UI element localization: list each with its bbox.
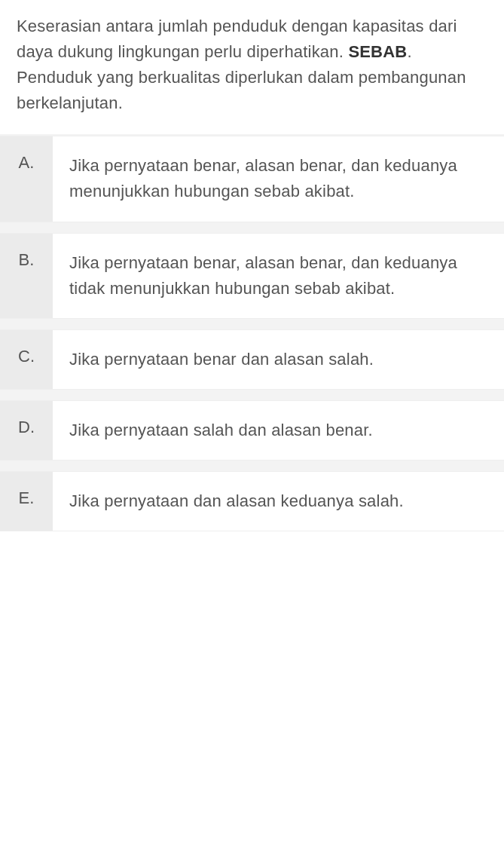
option-text: Jika pernyataan benar, alasan benar, dan…	[53, 136, 504, 221]
options-list: A. Jika pernyataan benar, alasan benar, …	[0, 134, 504, 531]
option-a[interactable]: A. Jika pernyataan benar, alasan benar, …	[0, 136, 504, 222]
option-text: Jika pernyataan salah dan alasan benar.	[53, 401, 504, 460]
option-letter: C.	[0, 330, 53, 389]
option-text: Jika pernyataan dan alasan keduanya sala…	[53, 472, 504, 531]
option-letter: A.	[0, 136, 53, 221]
option-letter: B.	[0, 234, 53, 318]
option-text: Jika pernyataan benar, alasan benar, dan…	[53, 234, 504, 318]
option-c[interactable]: C. Jika pernyataan benar dan alasan sala…	[0, 329, 504, 390]
option-d[interactable]: D. Jika pernyataan salah dan alasan bena…	[0, 400, 504, 461]
option-letter: E.	[0, 472, 53, 531]
option-text: Jika pernyataan benar dan alasan salah.	[53, 330, 504, 389]
option-e[interactable]: E. Jika pernyataan dan alasan keduanya s…	[0, 471, 504, 531]
option-letter: D.	[0, 401, 53, 460]
question-bold: SEBAB	[348, 42, 407, 61]
question-text: Keserasian antara jumlah penduduk dengan…	[0, 0, 504, 134]
question-container: Keserasian antara jumlah penduduk dengan…	[0, 0, 504, 531]
option-b[interactable]: B. Jika pernyataan benar, alasan benar, …	[0, 233, 504, 319]
